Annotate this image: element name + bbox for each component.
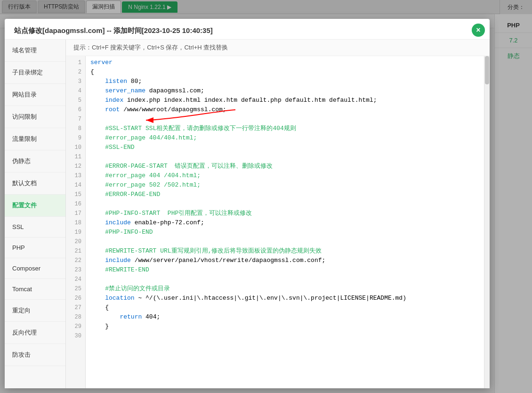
sidebar-item-ssl[interactable]: SSL: [5, 217, 65, 237]
sidebar-item-access[interactable]: 访问限制: [5, 106, 65, 128]
sidebar-item-reverse-proxy[interactable]: 反向代理: [5, 322, 65, 344]
sidebar-item-subdir[interactable]: 子目录绑定: [5, 62, 65, 84]
sidebar-item-domain[interactable]: 域名管理: [5, 40, 65, 62]
code-content[interactable]: server{ listen 80; server_name dapaogmss…: [86, 56, 484, 388]
sidebar-item-tomcat[interactable]: Tomcat: [5, 279, 65, 300]
modal-body: 域名管理 子目录绑定 网站目录 访问限制 流量限制 伪静态 默认文档 配置文件 …: [5, 40, 490, 388]
sidebar-item-default-doc[interactable]: 默认文档: [5, 172, 65, 195]
line-numbers: 1234567891011121314151617181920212223242…: [66, 56, 86, 388]
sidebar-item-traffic[interactable]: 流量限制: [5, 128, 65, 150]
modal-close-button[interactable]: ×: [472, 24, 485, 37]
sidebar-item-webdir[interactable]: 网站目录: [5, 84, 65, 106]
main-content: 提示：Ctrl+F 搜索关键字，Ctrl+S 保存，Ctrl+H 查找替换 12…: [66, 40, 490, 388]
scrollbar-track[interactable]: [484, 56, 490, 388]
sidebar-item-config[interactable]: 配置文件: [5, 195, 65, 217]
sidebar: 域名管理 子目录绑定 网站目录 访问限制 流量限制 伪静态 默认文档 配置文件 …: [5, 40, 66, 388]
code-editor[interactable]: 1234567891011121314151617181920212223242…: [66, 56, 490, 388]
sidebar-item-composer[interactable]: Composer: [5, 258, 65, 279]
scrollbar-thumb[interactable]: [485, 56, 489, 84]
sidebar-item-anti-attack[interactable]: 防攻击: [5, 344, 65, 366]
sidebar-item-php[interactable]: PHP: [5, 237, 65, 258]
modal-header: 站点修改[dapaogmssl.com] -- 添加时间[2023-10-25 …: [5, 19, 490, 40]
sidebar-item-redirect[interactable]: 重定向: [5, 300, 65, 322]
close-icon: ×: [476, 26, 480, 34]
hint-bar: 提示：Ctrl+F 搜索关键字，Ctrl+S 保存，Ctrl+H 查找替换: [66, 40, 490, 56]
modal-dialog: 站点修改[dapaogmssl.com] -- 添加时间[2023-10-25 …: [5, 19, 490, 388]
sidebar-item-pseudo[interactable]: 伪静态: [5, 150, 65, 172]
modal-title: 站点修改[dapaogmssl.com] -- 添加时间[2023-10-25 …: [14, 26, 213, 34]
